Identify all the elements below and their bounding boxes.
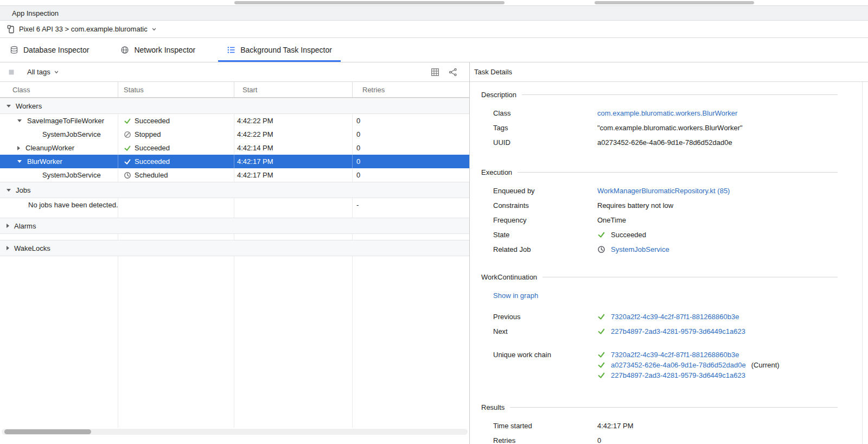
chevron-down-icon[interactable] — [17, 119, 22, 122]
frequency-value: OneTime — [597, 216, 626, 224]
detail-label: Enqueued by — [493, 187, 597, 195]
detail-label: Unique work chain — [493, 350, 597, 360]
detail-label: Tags — [493, 124, 597, 132]
table-row[interactable]: SaveImageToFileWorker Succeeded 4:42:22 … — [0, 114, 469, 128]
cell-retries: - — [353, 198, 469, 212]
section-heading: WorkContinuation — [481, 273, 537, 281]
group-spacer — [0, 212, 469, 218]
chevron-down-icon[interactable] — [17, 160, 22, 163]
group-label: WakeLocks — [14, 244, 50, 252]
section-workcontinuation: WorkContinuation — [481, 272, 838, 282]
process-selector[interactable]: Pixel 6 API 33 > com.example.bluromatic — [0, 21, 868, 38]
chevron-down-icon[interactable] — [7, 105, 11, 107]
cell-start — [234, 198, 353, 212]
column-header-start[interactable]: Start — [234, 82, 353, 97]
column-header-retries[interactable]: Retries — [353, 82, 469, 97]
table-body: Workers SaveImageToFileWorker Succeeded — [0, 98, 469, 428]
chevron-down-icon[interactable] — [7, 189, 11, 192]
group-row-jobs[interactable]: Jobs — [0, 182, 469, 198]
chain-work-link[interactable]: 227b4897-2ad3-4281-9579-3d6449c1a623 — [611, 371, 745, 379]
chevron-down-icon — [151, 27, 157, 32]
table-row-empty-jobs[interactable]: No jobs have been detected. - — [0, 198, 469, 212]
detail-label: Previous — [493, 313, 597, 321]
chevron-right-icon[interactable] — [7, 224, 9, 228]
detail-label: Next — [493, 327, 597, 335]
table-row[interactable]: SystemJobService Stopped 4:42:22 PM 0 — [0, 128, 469, 141]
status-text: Stopped — [135, 130, 161, 138]
task-table-panel: All tags — [0, 62, 470, 444]
previous-work-link[interactable]: 7320a2f2-4c39-4c2f-87f1-881268860b3e — [611, 313, 739, 321]
task-details-content: Description Class com.example.bluromatic… — [470, 82, 868, 444]
group-label: Jobs — [16, 186, 30, 194]
chevron-right-icon[interactable] — [7, 246, 9, 250]
tab-label: Background Task Inspector — [240, 46, 332, 54]
table-mode-icon[interactable] — [431, 68, 439, 77]
section-heading: Description — [481, 91, 516, 99]
horizontal-scrollbar-thumb[interactable] — [4, 429, 91, 434]
cell-class: SaveImageToFileWorker — [0, 114, 118, 128]
column-header-class[interactable]: Class — [0, 82, 118, 97]
table-row-selected[interactable]: BlurWorker Succeeded 4:42:17 PM 0 — [0, 155, 469, 168]
graph-mode-icon[interactable] — [449, 68, 457, 77]
group-label: Workers — [16, 102, 42, 110]
horizontal-scrollbar-thumb[interactable] — [234, 1, 505, 4]
chain-work-link[interactable]: 7320a2f2-4c39-4c2f-87f1-881268860b3e — [611, 351, 739, 359]
chevron-down-icon — [54, 69, 59, 75]
cell-status: Stopped — [118, 128, 234, 141]
horizontal-scrollbar-thumb[interactable] — [595, 1, 754, 4]
scheduled-icon — [597, 245, 605, 253]
group-row-workers[interactable]: Workers — [0, 98, 469, 114]
class-link[interactable]: com.example.bluromatic.workers.BlurWorke… — [597, 109, 737, 117]
succeeded-icon — [597, 361, 605, 369]
stopped-icon — [124, 131, 131, 138]
succeeded-icon — [597, 231, 605, 239]
chevron-right-icon[interactable] — [17, 146, 20, 150]
process-selector-label: Pixel 6 API 33 > com.example.bluromatic — [19, 25, 148, 33]
constraints-value: Requires battery not low — [597, 201, 673, 210]
tab-network-inspector[interactable]: Network Inspector — [112, 38, 204, 62]
inspector-content: All tags — [0, 62, 868, 444]
table-toolbar: All tags — [0, 62, 469, 82]
vertical-scrollbar-track[interactable] — [862, 82, 863, 444]
tab-database-inspector[interactable]: Database Inspector — [1, 38, 98, 62]
section-execution: Execution — [481, 167, 838, 177]
chain-suffix: (Current) — [751, 361, 780, 369]
table-row[interactable]: SystemJobService Scheduled 4:42:17 PM 0 — [0, 168, 469, 182]
cell-retries: 0 — [353, 155, 469, 168]
chain-entry: 227b4897-2ad3-4281-9579-3d6449c1a623 — [597, 370, 780, 380]
tags-filter-dropdown[interactable]: All tags — [27, 68, 59, 76]
show-in-graph-link[interactable]: Show in graph — [493, 291, 538, 300]
detail-label: Frequency — [493, 216, 597, 224]
related-job-link[interactable]: SystemJobService — [611, 245, 669, 253]
detail-label: State — [493, 231, 597, 239]
cell-start: 4:42:14 PM — [234, 141, 353, 155]
status-text: Succeeded — [135, 157, 170, 166]
group-label: Alarms — [14, 222, 36, 230]
detail-label: Related Job — [493, 245, 597, 253]
group-row-alarms[interactable]: Alarms — [0, 218, 469, 234]
section-description: Description — [481, 90, 838, 99]
cell-class: SystemJobService — [0, 168, 118, 182]
enqueued-by-link[interactable]: WorkManagerBluromaticRepository.kt (85) — [597, 187, 730, 195]
table-row[interactable]: CleanupWorker Succeeded 4:42:14 PM 0 — [0, 141, 469, 155]
tab-background-task-inspector[interactable]: Background Task Inspector — [218, 38, 341, 62]
tab-label: Network Inspector — [134, 46, 195, 54]
worker-class-name: BlurWorker — [27, 157, 62, 166]
app-inspection-window: App Inspection Pixel 6 API 33 > com.exam… — [0, 0, 868, 444]
cell-retries: 0 — [353, 114, 469, 128]
detail-label: Constraints — [493, 201, 597, 210]
section-heading: Results — [481, 403, 505, 411]
column-header-status[interactable]: Status — [118, 82, 234, 97]
next-work-link[interactable]: 227b4897-2ad3-4281-9579-3d6449c1a623 — [611, 327, 745, 335]
detail-row-enqueued-by: Enqueued by WorkManagerBluromaticReposit… — [493, 183, 838, 198]
app-inspection-header: App Inspection — [0, 5, 868, 21]
retries-value: 0 — [597, 436, 601, 444]
detail-row-state: State Succeeded — [493, 227, 838, 242]
horizontal-scrollbar[interactable] — [2, 429, 468, 435]
group-row-wakelocks[interactable]: WakeLocks — [0, 240, 469, 256]
stop-inspection-icon[interactable] — [8, 68, 15, 76]
chain-entry: 7320a2f2-4c39-4c2f-87f1-881268860b3e — [597, 350, 780, 360]
app-inspection-title: App Inspection — [12, 9, 59, 17]
chain-work-link[interactable]: a0273452-626e-4a06-9d1e-78d6d52dad0e — [611, 361, 746, 369]
empty-jobs-message: No jobs have been detected. — [28, 201, 118, 209]
